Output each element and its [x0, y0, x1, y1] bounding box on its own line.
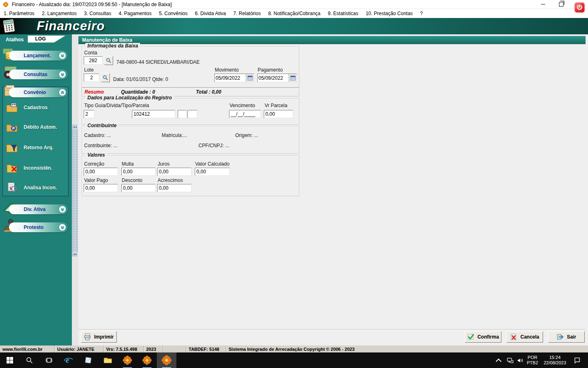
power-icon [577, 4, 583, 11]
correcao-input[interactable] [84, 168, 118, 176]
tab-log[interactable]: LOG [28, 36, 65, 43]
menu-divida-ativa[interactable]: 6. Divida Ativa [191, 11, 229, 16]
sidebar-item-div-ativa[interactable]: Div. Ativa [9, 204, 68, 214]
lote-input[interactable] [84, 74, 99, 82]
tipo-guia-label: Tipo Guia/Dívida/Tipo/Parcela [84, 103, 149, 108]
sidebar-item-analisa-incon[interactable]: Analisa Incon. [6, 181, 63, 195]
chevron-up-icon[interactable] [59, 89, 66, 96]
status-tabdef: TABDEF: 5148 [186, 346, 226, 352]
fiorilli-app2-button[interactable] [137, 352, 157, 368]
tipo-input[interactable] [84, 110, 94, 118]
menu-lancamentos[interactable]: 2. Lançamentos [38, 11, 80, 16]
tipo-extra2-input[interactable] [187, 110, 197, 118]
resumo-label: Resumo [85, 89, 104, 95]
window-app-icon [84, 356, 92, 364]
tray-clock[interactable]: 15:24 22/08/2023 [540, 352, 570, 368]
guia-input[interactable] [132, 110, 175, 118]
file-explorer-button[interactable] [98, 352, 118, 368]
chevron-down-icon[interactable] [59, 71, 66, 78]
vr-parcela-input[interactable] [264, 110, 293, 118]
sidebar-item-lancamento[interactable]: Lançament. [9, 51, 68, 61]
menu-notificacao[interactable]: 8. Notificação/Cobrança [265, 11, 324, 16]
sair-button[interactable]: Sair [548, 331, 585, 343]
tray-language-selector[interactable]: POR PTB2 [525, 352, 540, 368]
conta-input[interactable] [84, 56, 102, 65]
status-user: Usuário: JANETE [55, 346, 104, 352]
app-banner: Financeiro PREFEITURA MUNICIPAL DE LAMBA… [0, 18, 588, 34]
window-titlebar: Financeiro - Atualizado dia: 19/07/2023 … [0, 0, 588, 9]
menu-help[interactable]: ? [416, 11, 427, 16]
movimento-calendar-button[interactable] [246, 74, 254, 82]
multa-input[interactable] [121, 168, 156, 176]
menu-pagamentos[interactable]: 4. Pagamentos [115, 11, 155, 16]
restore-button[interactable] [552, 0, 570, 9]
valor-calculado-input[interactable] [195, 168, 230, 176]
pagamento-date-input[interactable] [258, 74, 289, 82]
pagamento-calendar-button[interactable] [289, 74, 296, 82]
sidebar-item-cadastros[interactable]: Cadastros [6, 101, 63, 114]
tray-network-button[interactable] [505, 352, 515, 368]
chevron-down-icon[interactable] [59, 52, 66, 59]
app-logo: Financeiro [37, 19, 105, 34]
status-year: 2023 [144, 346, 163, 352]
menu-convenios[interactable]: 5. Convênios [155, 11, 191, 16]
movimento-date-input[interactable] [215, 74, 246, 82]
juros-input[interactable] [157, 168, 192, 176]
clock-date: 22/08/2023 [543, 360, 566, 366]
tab-atalhos[interactable]: Atalhos [6, 37, 24, 43]
sidebar-item-protesto[interactable]: Protesto [9, 222, 68, 232]
tray-volume-button[interactable] [515, 352, 525, 368]
valor-pago-input[interactable] [84, 184, 118, 192]
search-icon [26, 357, 33, 364]
imprimir-button[interactable]: Imprimir [81, 331, 117, 343]
pagamento-label: Pagamento [258, 67, 283, 73]
splitter-arrows-icon [73, 252, 78, 256]
splitter-arrows-icon [73, 125, 78, 129]
chevron-down-icon[interactable] [59, 206, 66, 213]
internet-explorer-button[interactable]: e [59, 352, 78, 368]
menu-prestacao[interactable]: 10. Prestação Contas [362, 11, 416, 16]
confirma-button[interactable]: Confirma [465, 331, 501, 343]
action-center-button[interactable] [571, 352, 583, 368]
notes-app-button[interactable] [78, 352, 98, 368]
sidebar-splitter[interactable] [72, 125, 78, 256]
taskbar-search-button[interactable] [20, 352, 39, 368]
acrescimos-input[interactable] [157, 184, 192, 192]
chevron-down-icon[interactable] [59, 224, 66, 231]
minimize-button[interactable] [534, 0, 552, 9]
menu-consultas[interactable]: 3. Consultas [80, 11, 115, 16]
juros-label: Juros [158, 161, 169, 167]
sidebar-item-retorno-arq[interactable]: Retorno Arq. [6, 141, 63, 155]
fiorilli-app3-button-active[interactable] [157, 352, 176, 368]
task-view-icon [45, 357, 53, 364]
folder-icon [103, 356, 112, 364]
vencimento-input[interactable] [229, 110, 261, 118]
menu-parametros[interactable]: 1. Parâmetros [0, 11, 38, 16]
clock-time: 15:24 [549, 355, 561, 360]
desconto-input[interactable] [121, 184, 156, 192]
menu-relatorios[interactable]: 7. Relatórios [229, 11, 264, 16]
start-button[interactable] [0, 352, 20, 368]
status-version: Vrs: 7.5.15.498 [104, 346, 144, 352]
lote-search-button[interactable] [101, 73, 110, 82]
sidebar-item-inconsistencias[interactable]: Inconsistên. [6, 161, 63, 175]
analyze-magnifier-icon [6, 182, 19, 193]
fiorilli-app1-button[interactable] [118, 352, 137, 368]
power-button[interactable] [574, 2, 585, 13]
tipo-extra1-input[interactable] [178, 110, 187, 118]
sidebar-item-consultas[interactable]: Consultas [9, 70, 68, 79]
command-bar: Imprimir Confirma Cancela Sair [78, 330, 586, 344]
action-center-icon [574, 357, 581, 364]
tray-show-hidden-button[interactable] [493, 352, 504, 368]
status-site: www.fiorilli.com.br [0, 346, 55, 352]
menu-estatisticas[interactable]: 9. Estatísticas [324, 11, 362, 16]
sidebar-item-debito-autom[interactable]: Débito Autom. [6, 120, 63, 134]
cancela-button[interactable]: Cancela [506, 331, 543, 343]
task-view-button[interactable] [39, 352, 59, 368]
conta-search-button[interactable] [104, 56, 113, 65]
panel-title: Manutenção de Baixa [78, 36, 586, 44]
sidebar-item-convenio[interactable]: Convênio [9, 88, 68, 97]
folder-debit-icon [6, 121, 19, 133]
group-legend: Contribuinte [85, 123, 118, 128]
main-panel: Manutenção de Baixa Informações da Baixa… [78, 34, 588, 346]
